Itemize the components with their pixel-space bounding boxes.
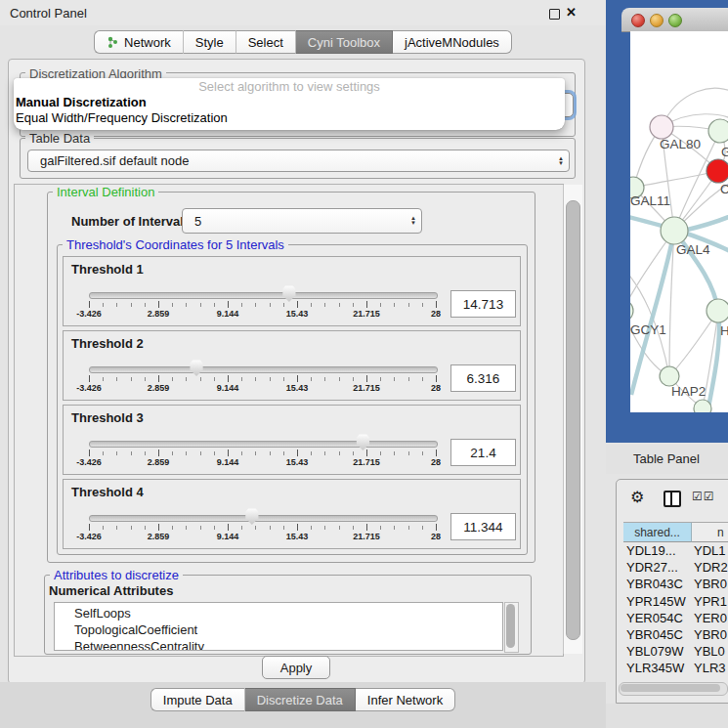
network-node-label: GCY1: [630, 322, 666, 337]
slider-track[interactable]: [89, 366, 438, 373]
bottom-tab-impute-data[interactable]: Impute Data: [150, 688, 245, 711]
table-row[interactable]: YPR145WYPR1: [617, 594, 728, 611]
table-row[interactable]: YDL19...YDL1: [617, 543, 728, 560]
table-row[interactable]: YBL079WYBL0: [617, 644, 728, 661]
slider-tick-label: -3.426: [76, 309, 102, 319]
tab-select[interactable]: Select: [236, 30, 296, 54]
network-canvas[interactable]: GAL80GACGAL11GAL4GCY1HHAP2: [630, 31, 728, 412]
threshold-value-field[interactable]: 14.713: [450, 290, 516, 318]
network-window-titlebar[interactable]: [621, 8, 728, 32]
bottom-tab-infer-network[interactable]: Infer Network: [356, 688, 455, 711]
tab-label: jActiveMNodules: [405, 35, 499, 50]
slider-thumb[interactable]: [281, 285, 296, 302]
network-node[interactable]: [661, 217, 688, 244]
gear-icon[interactable]: ⚙: [630, 488, 644, 506]
table-row[interactable]: YIL052CYIL0: [617, 678, 728, 681]
table-column-header-shared[interactable]: shared...: [623, 522, 692, 542]
number-of-intervals-combobox[interactable]: 5 ▲▼: [182, 208, 422, 234]
slider-tick-label: 28: [431, 457, 441, 467]
network-node[interactable]: [630, 300, 633, 321]
slider-major-tick: [158, 450, 159, 456]
app-root: Control Panel ✕ NetworkStyleSelectCyni T…: [0, 0, 728, 728]
zoom-traffic-light-icon[interactable]: [668, 14, 682, 27]
network-node[interactable]: [707, 159, 728, 183]
slider-thumb[interactable]: [244, 508, 259, 525]
slider-major-tick: [228, 524, 229, 531]
close-traffic-light-icon[interactable]: [631, 14, 645, 27]
network-node[interactable]: [694, 400, 711, 412]
slider-major-tick: [436, 524, 437, 531]
threshold-label: Threshold 4: [71, 485, 144, 499]
network-nodes[interactable]: [630, 115, 728, 412]
slider-track[interactable]: [89, 292, 438, 299]
tab-cyni-toolbox[interactable]: Cyni Toolbox: [296, 30, 393, 54]
table-cell-name: YIL0: [694, 678, 720, 681]
slider-major-tick: [89, 375, 90, 382]
table-cell-shared-name: YDL19...: [626, 543, 676, 558]
float-window-icon[interactable]: [549, 9, 560, 20]
slider-tick-label: 21.715: [353, 457, 380, 467]
column-split-icon[interactable]: [664, 491, 681, 507]
interval-definition-group-title: Interval Definition: [53, 185, 158, 199]
algorithm-popup-item[interactable]: Equal Width/Frequency Discretization: [14, 110, 565, 126]
bottom-right-background: [606, 704, 728, 728]
table-cell-name: YBR0: [694, 627, 727, 642]
slider-major-tick: [158, 375, 159, 382]
table-data-combobox-value: galFiltered.sif default node: [28, 153, 553, 168]
table-column-header-name[interactable]: n: [692, 522, 728, 542]
slider-thumb[interactable]: [356, 434, 370, 450]
numerical-attributes-list[interactable]: SelfLoopsTopologicalCoefficientBetweenne…: [54, 602, 503, 651]
table-row[interactable]: YER054CYER0: [617, 611, 728, 627]
attribute-list-item[interactable]: BetweennessCentrality: [55, 638, 502, 651]
minimize-traffic-light-icon[interactable]: [650, 14, 664, 27]
checkbox-icons[interactable]: ☑☑: [692, 490, 715, 503]
slider-tick-label: 2.859: [148, 383, 170, 393]
table-horizontal-scrollbar-thumb[interactable]: [621, 684, 720, 692]
slider-major-tick: [89, 524, 90, 531]
algorithm-popup-item[interactable]: Manual Discretization: [14, 95, 565, 110]
slider-ticks: [89, 526, 437, 530]
table-cell-shared-name: YIL052C: [626, 678, 676, 681]
close-icon[interactable]: ✕: [566, 5, 577, 20]
apply-button[interactable]: Apply: [262, 656, 330, 679]
slider-track[interactable]: [89, 515, 438, 522]
table-data-combobox[interactable]: galFiltered.sif default node ▲▼: [27, 150, 570, 172]
table-cell-name: YBL0: [694, 644, 725, 659]
table-row[interactable]: YBR043CYBR0: [617, 577, 728, 593]
network-node[interactable]: [660, 366, 679, 386]
table-row[interactable]: YBR045CYBR0: [617, 627, 728, 644]
threshold-value-field[interactable]: 21.4: [450, 439, 516, 466]
slider-tick-label: 9.144: [217, 457, 239, 467]
slider-major-tick: [366, 375, 367, 382]
attributes-list-scrollbar-thumb[interactable]: [506, 604, 515, 648]
network-node[interactable]: [650, 115, 673, 139]
table-cell-shared-name: YBL079W: [626, 644, 684, 659]
attribute-list-item[interactable]: SelfLoops: [55, 605, 502, 621]
slider-tick-label: 28: [431, 383, 441, 393]
tab-label: Discretize Data: [257, 693, 343, 707]
network-node-label: GAL80: [660, 137, 701, 151]
tab-label: Select: [248, 35, 283, 50]
table-rows[interactable]: YDL19...YDL1YDR27...YDR2YBR043CYBR0YPR14…: [617, 543, 728, 680]
tab-network[interactable]: Network: [94, 30, 184, 54]
thresholds-group-title: Threshold's Coordinates for 5 Intervals: [63, 237, 288, 252]
bottom-tab-discretize-data[interactable]: Discretize Data: [245, 688, 356, 711]
table-cell-shared-name: YBR045C: [626, 627, 683, 642]
tab-style[interactable]: Style: [184, 30, 236, 54]
tab-jactivemnodules[interactable]: jActiveMNodules: [393, 30, 512, 54]
vertical-scrollbar-thumb[interactable]: [566, 200, 580, 640]
table-cell-shared-name: YBR043C: [626, 577, 683, 591]
attribute-list-item[interactable]: TopologicalCoefficient: [55, 621, 502, 638]
table-row[interactable]: YLR345WYLR3: [617, 661, 728, 677]
slider-thumb[interactable]: [190, 360, 204, 376]
threshold-value-field[interactable]: 11.344: [450, 513, 516, 540]
threshold-panel: Threshold 3-3.4262.8599.14415.4321.71528…: [63, 405, 521, 475]
slider-track[interactable]: [89, 441, 438, 448]
network-node[interactable]: [707, 299, 728, 322]
network-node[interactable]: [708, 119, 728, 143]
table-cell-name: YPR1: [694, 594, 727, 609]
table-row[interactable]: YDR27...YDR2: [617, 560, 728, 577]
table-cell-name: YLR3: [694, 661, 726, 675]
threshold-value-field[interactable]: 6.316: [450, 364, 516, 392]
table-cell-name: YER0: [694, 611, 727, 625]
